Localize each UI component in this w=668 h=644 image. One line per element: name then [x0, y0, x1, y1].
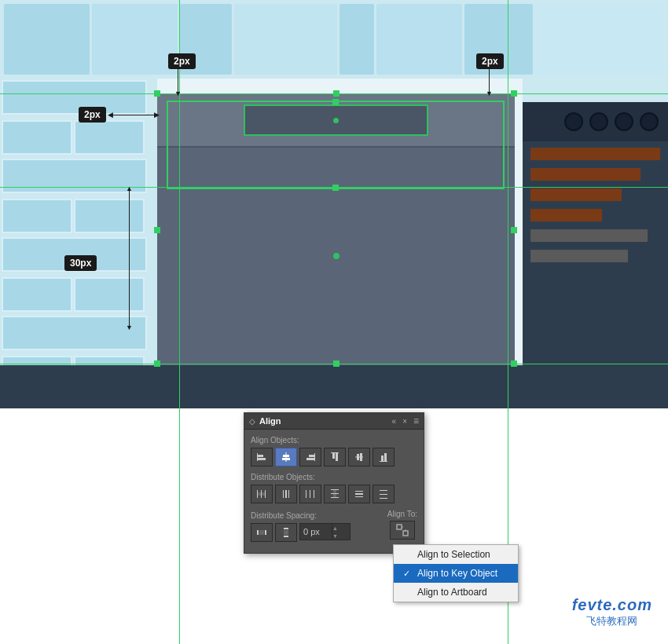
svg-rect-41 [265, 530, 266, 535]
svg-rect-11 [336, 453, 338, 461]
watermark-chinese: 飞特教程网 [572, 614, 652, 628]
arrowhead-30-bot: ▼ [126, 324, 133, 331]
svg-rect-28 [314, 490, 314, 498]
svg-rect-46 [397, 525, 402, 529]
measure-label-2px-topright: 2px [476, 53, 504, 69]
dist-center-v-btn[interactable] [348, 485, 370, 503]
display-dot [333, 118, 339, 123]
svg-rect-26 [306, 490, 306, 498]
align-right-btn[interactable] [299, 448, 321, 467]
burner [564, 112, 583, 131]
distribute-objects-row [251, 485, 417, 503]
oven-display [244, 104, 428, 136]
align-bottom-btn[interactable] [373, 448, 395, 467]
shelf-gray [530, 229, 648, 242]
svg-rect-7 [309, 455, 314, 457]
tile [4, 4, 90, 75]
brick-wall-left [0, 79, 157, 408]
panel-close-btn[interactable]: × [402, 417, 407, 426]
svg-rect-37 [380, 490, 387, 491]
brick [2, 199, 72, 233]
handle-br [511, 360, 517, 367]
align-center-v-btn[interactable] [348, 448, 370, 467]
svg-rect-27 [310, 490, 310, 498]
dist-right-btn[interactable] [299, 485, 321, 503]
tile [535, 4, 664, 75]
svg-rect-20 [265, 490, 266, 498]
right-appliance [523, 102, 668, 408]
watermark-site: fevte.com [572, 596, 652, 614]
svg-rect-10 [332, 453, 335, 459]
guide-line-right-cont [508, 408, 508, 644]
svg-rect-18 [257, 490, 258, 498]
burner-bar [523, 102, 668, 141]
oven-body [157, 148, 515, 364]
svg-rect-21 [258, 492, 261, 496]
dropdown-label-artboard: Align to Artboard [417, 587, 487, 598]
panel-collapse-arrow[interactable]: ◇ [249, 417, 255, 426]
dropdown-item-key-object[interactable]: ✓ Align to Key Object [394, 564, 518, 583]
svg-rect-36 [355, 496, 363, 497]
svg-rect-0 [257, 453, 258, 461]
px-spin-up[interactable]: ▲ [332, 524, 338, 532]
align-left-btn[interactable] [251, 448, 273, 467]
meas-line-30-top [129, 188, 130, 258]
px-spin-down[interactable]: ▼ [332, 532, 338, 540]
handle-tl [154, 90, 160, 97]
dist-spacing-h-btn[interactable] [251, 523, 273, 542]
svg-rect-40 [257, 530, 259, 535]
dist-top-btn[interactable] [324, 485, 346, 503]
top-tile-strip [0, 0, 668, 79]
dist-bottom-btn[interactable] [373, 485, 395, 503]
tile [92, 4, 178, 75]
panel-double-arrow[interactable]: « [392, 417, 397, 426]
dist-left-btn[interactable] [251, 485, 273, 503]
meas-line-30-bot [129, 258, 130, 327]
align-to-section: Align To: [387, 510, 417, 540]
px-input[interactable] [300, 525, 332, 538]
svg-rect-4 [283, 455, 289, 457]
arrowhead-down-2: ▼ [486, 90, 493, 97]
distribute-spacing-row: ▲ ▼ [251, 523, 381, 542]
canvas-area: ▲ ▼ 2px ▲ ▼ 2px ◀ ▶ 2px ▲ ▼ 30px [0, 0, 668, 408]
align-to-label: Align To: [387, 510, 417, 518]
svg-rect-9 [331, 452, 339, 453]
svg-rect-17 [384, 453, 387, 461]
dropdown-label-selection: Align to Selection [417, 549, 490, 560]
measure-label-2px-left: 2px [79, 107, 106, 123]
px-input-wrap: ▲ ▼ [299, 523, 351, 540]
dropdown-item-artboard[interactable]: Align to Artboard [394, 583, 518, 602]
px-spinner: ▲ ▼ [332, 524, 338, 540]
align-panel: ◇ Align « × ≡ Align Objects: [244, 412, 424, 554]
tile [376, 4, 462, 75]
distribute-objects-label: Distribute Objects: [251, 473, 417, 481]
measure-label-30px-left: 30px [64, 255, 97, 271]
tile [340, 4, 374, 75]
shelf [530, 168, 640, 181]
panel-menu-icon[interactable]: ≡ [413, 415, 419, 426]
arrowhead-left-1: ◀ [108, 112, 113, 119]
brick [2, 316, 147, 350]
svg-rect-32 [333, 490, 336, 493]
align-to-btn[interactable] [390, 521, 415, 540]
dist-center-h-btn[interactable] [275, 485, 297, 503]
arrowhead-right-1: ▶ [154, 112, 160, 119]
dropdown-item-selection[interactable]: Align to Selection [394, 545, 518, 564]
align-objects-label: Align Objects: [251, 436, 417, 445]
shelf-container [523, 141, 668, 276]
meas-line-left-h [110, 115, 159, 115]
svg-rect-44 [284, 536, 288, 537]
align-center-h-btn[interactable] [275, 448, 297, 467]
svg-rect-33 [333, 494, 336, 497]
svg-rect-23 [283, 490, 284, 498]
handle-tr [511, 90, 517, 97]
brick [2, 80, 147, 115]
align-top-btn[interactable] [324, 448, 346, 467]
handle-top-mid [333, 90, 340, 97]
check-icon-key: ✓ [403, 569, 413, 579]
svg-rect-34 [355, 491, 363, 492]
dist-spacing-v-btn[interactable] [275, 523, 297, 542]
shelf [530, 209, 602, 221]
oven-top-panel [157, 94, 515, 148]
svg-rect-45 [284, 530, 288, 535]
